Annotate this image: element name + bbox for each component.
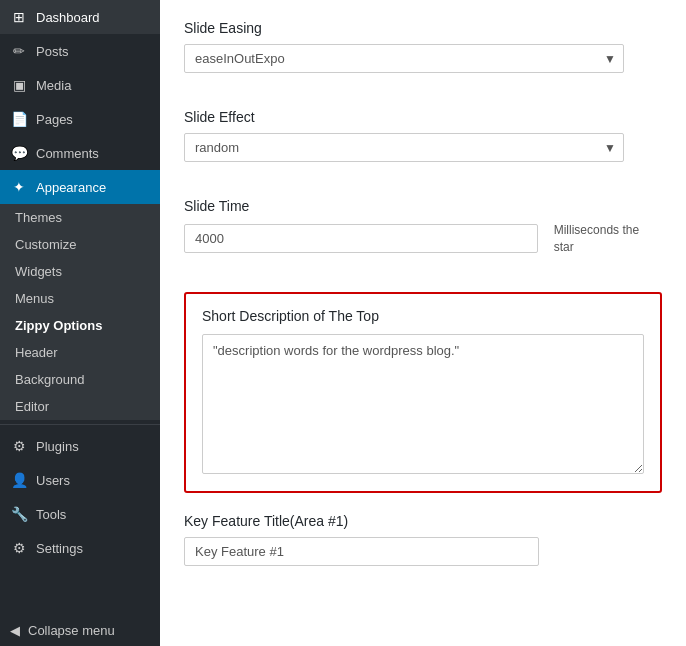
slide-effect-label: Slide Effect	[184, 109, 662, 125]
sidebar-item-tools[interactable]: 🔧 Tools	[0, 497, 160, 531]
slide-time-input[interactable]	[184, 224, 538, 253]
sidebar-item-users[interactable]: 👤 Users	[0, 463, 160, 497]
slide-easing-section: Slide Easing easeInOutExpo linear easeIn…	[184, 20, 662, 73]
key-feature-section: Key Feature Title(Area #1)	[184, 513, 662, 566]
collapse-menu-button[interactable]: ◀ Collapse menu	[0, 615, 160, 646]
slide-effect-select-wrapper: random fade slide zoom ▼	[184, 133, 624, 162]
slide-easing-select[interactable]: easeInOutExpo linear easeIn easeOut ease…	[184, 44, 624, 73]
users-icon: 👤	[10, 471, 28, 489]
sidebar-item-media[interactable]: ▣ Media	[0, 68, 160, 102]
sidebar-item-editor[interactable]: Editor	[0, 393, 160, 420]
sidebar-label-tools: Tools	[36, 507, 66, 522]
sidebar-item-zippy-options[interactable]: Zippy Options	[0, 312, 160, 339]
media-icon: ▣	[10, 76, 28, 94]
sidebar-item-menus[interactable]: Menus	[0, 285, 160, 312]
spacer	[184, 276, 662, 292]
themes-label: Themes	[15, 210, 62, 225]
slide-easing-label: Slide Easing	[184, 20, 662, 36]
slide-time-label: Slide Time	[184, 198, 662, 214]
editor-label: Editor	[15, 399, 49, 414]
sidebar-item-header[interactable]: Header	[0, 339, 160, 366]
spacer	[184, 182, 662, 198]
posts-icon: ✏	[10, 42, 28, 60]
sidebar-label-appearance: Appearance	[36, 180, 106, 195]
pages-icon: 📄	[10, 110, 28, 128]
sidebar-item-plugins[interactable]: ⚙ Plugins	[0, 429, 160, 463]
dashboard-icon: ⊞	[10, 8, 28, 26]
sidebar-label-comments: Comments	[36, 146, 99, 161]
description-label: Short Description of The Top	[202, 308, 644, 324]
plugins-icon: ⚙	[10, 437, 28, 455]
background-label: Background	[15, 372, 84, 387]
sidebar: ⊞ Dashboard ✏ Posts ▣ Media 📄 Pages 💬 Co…	[0, 0, 160, 646]
spacer	[184, 93, 662, 109]
main-content: Slide Easing easeInOutExpo linear easeIn…	[160, 0, 686, 646]
sidebar-item-themes[interactable]: Themes	[0, 204, 160, 231]
sidebar-item-settings[interactable]: ⚙ Settings	[0, 531, 160, 565]
sidebar-divider	[0, 424, 160, 425]
key-feature-input[interactable]	[184, 537, 539, 566]
collapse-menu-label: Collapse menu	[28, 623, 115, 638]
sidebar-item-appearance[interactable]: ✦ Appearance	[0, 170, 160, 204]
sidebar-item-dashboard[interactable]: ⊞ Dashboard	[0, 0, 160, 34]
menus-label: Menus	[15, 291, 54, 306]
slide-easing-select-wrapper: easeInOutExpo linear easeIn easeOut ease…	[184, 44, 624, 73]
sidebar-label-posts: Posts	[36, 44, 69, 59]
appearance-icon: ✦	[10, 178, 28, 196]
zippy-options-label: Zippy Options	[15, 318, 102, 333]
customize-label: Customize	[15, 237, 76, 252]
slide-time-row: Milliseconds the star	[184, 222, 662, 256]
slide-effect-select[interactable]: random fade slide zoom	[184, 133, 624, 162]
description-textarea[interactable]: "description words for the wordpress blo…	[202, 334, 644, 474]
sidebar-label-dashboard: Dashboard	[36, 10, 100, 25]
description-section: Short Description of The Top "descriptio…	[184, 292, 662, 493]
sidebar-label-users: Users	[36, 473, 70, 488]
comments-icon: 💬	[10, 144, 28, 162]
appearance-submenu: Themes Customize Widgets Menus Zippy Opt…	[0, 204, 160, 420]
sidebar-item-background[interactable]: Background	[0, 366, 160, 393]
sidebar-label-plugins: Plugins	[36, 439, 79, 454]
sidebar-label-media: Media	[36, 78, 71, 93]
slide-time-section: Slide Time Milliseconds the star	[184, 198, 662, 256]
key-feature-label: Key Feature Title(Area #1)	[184, 513, 662, 529]
header-label: Header	[15, 345, 58, 360]
sidebar-item-widgets[interactable]: Widgets	[0, 258, 160, 285]
sidebar-label-pages: Pages	[36, 112, 73, 127]
tools-icon: 🔧	[10, 505, 28, 523]
settings-icon: ⚙	[10, 539, 28, 557]
sidebar-item-posts[interactable]: ✏ Posts	[0, 34, 160, 68]
slide-effect-section: Slide Effect random fade slide zoom ▼	[184, 109, 662, 162]
widgets-label: Widgets	[15, 264, 62, 279]
slide-time-note: Milliseconds the star	[554, 222, 662, 256]
sidebar-item-comments[interactable]: 💬 Comments	[0, 136, 160, 170]
sidebar-item-pages[interactable]: 📄 Pages	[0, 102, 160, 136]
collapse-arrow-icon: ◀	[10, 623, 20, 638]
sidebar-item-customize[interactable]: Customize	[0, 231, 160, 258]
sidebar-label-settings: Settings	[36, 541, 83, 556]
